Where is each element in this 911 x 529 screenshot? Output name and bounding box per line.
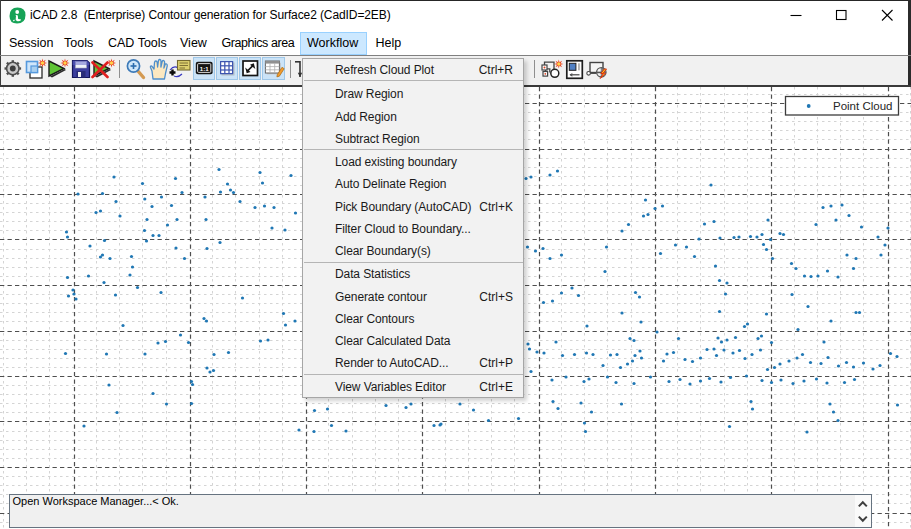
- svg-text:1:1: 1:1: [200, 66, 209, 72]
- svg-text:Point Cloud: Point Cloud: [833, 100, 892, 112]
